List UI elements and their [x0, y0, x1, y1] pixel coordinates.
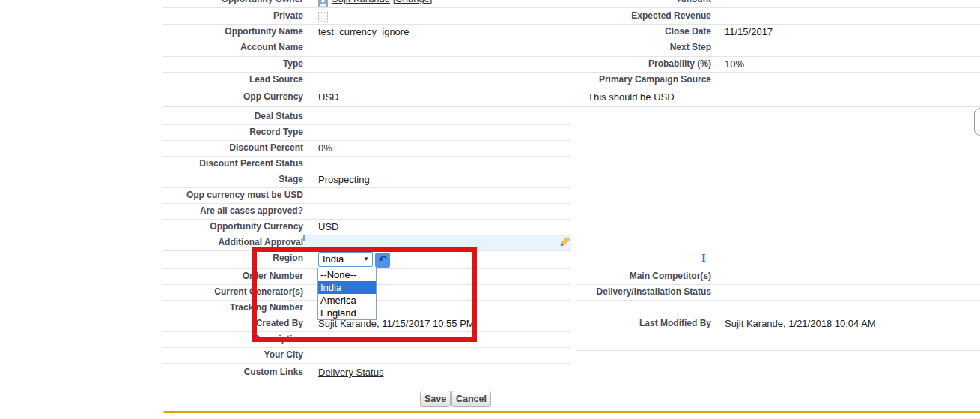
delivery-status-link[interactable]: Delivery Status: [318, 367, 383, 378]
field-focus-tick: [303, 235, 305, 241]
field-label-are-all-cases-approved: Are all cases approved?: [163, 203, 303, 219]
region-select[interactable]: India ▼: [318, 252, 373, 267]
field-label-probability: Probability (%): [554, 56, 711, 72]
private-checkbox[interactable]: [318, 12, 328, 22]
region-option-america[interactable]: America: [318, 294, 376, 307]
user-avatar-icon: [318, 0, 328, 7]
currency-note-text: This should be USD: [588, 88, 675, 106]
field-label-opp-currency: Opp Currency: [163, 88, 303, 106]
section-header-bar: [163, 411, 980, 413]
save-button[interactable]: Save: [420, 391, 451, 407]
text-cursor-icon: I: [701, 252, 706, 264]
field-label-created-by: Created By: [163, 316, 303, 331]
field-label-your-city: Your City: [163, 347, 303, 363]
field-label-custom-links: Custom Links: [163, 363, 303, 382]
field-label-delivery-installation-status: Delivery/Installation Status: [554, 284, 711, 300]
region-selected-value: India: [323, 253, 344, 265]
chevron-down-icon: ▼: [363, 253, 369, 266]
field-label-main-competitors: Main Competitor(s): [554, 268, 711, 284]
field-label-stage: Stage: [163, 172, 303, 187]
opportunity-edit-page: Opportunity Owner Sujit Karande [Change]…: [0, 0, 980, 419]
additional-approval-field[interactable]: [304, 235, 571, 250]
field-label-lead-source: Lead Source: [163, 72, 303, 88]
field-label-description: Description: [163, 331, 303, 347]
opp-currency-value: USD: [318, 88, 338, 106]
field-label-opportunity-currency: Opportunity Currency: [163, 219, 303, 235]
region-dropdown-list: --None-- India America England: [317, 268, 377, 320]
field-label-opp-currency-must-be-usd: Opp currency must be USD: [163, 187, 303, 203]
field-label-record-type: Record Type: [163, 124, 303, 140]
row-divider: [576, 350, 980, 351]
undo-icon[interactable]: ↶: [375, 253, 390, 268]
owner-change-link[interactable]: [Change]: [393, 0, 433, 4]
field-label-deal-status: Deal Status: [163, 109, 303, 124]
vertical-scrollbar-thumb[interactable]: [974, 108, 980, 136]
discount-percent-value: 0%: [318, 140, 332, 156]
row-divider: [576, 300, 980, 301]
field-label-opportunity-name: Opportunity Name: [163, 24, 303, 40]
field-label-additional-approval: Additional Approval: [163, 235, 303, 250]
field-label-type: Type: [163, 56, 303, 72]
field-label-expected-revenue: Expected Revenue: [554, 8, 711, 24]
field-label-region: Region: [163, 250, 303, 266]
last-modified-by-user-link[interactable]: Sujit Karande: [725, 318, 783, 329]
field-label-discount-percent-status: Discount Percent Status: [163, 156, 303, 172]
region-option-england[interactable]: England: [318, 307, 376, 319]
region-option-none[interactable]: --None--: [318, 268, 376, 281]
probability-value: 10%: [725, 56, 744, 72]
field-label-next-step: Next Step: [554, 40, 711, 55]
field-label-discount-percent: Discount Percent: [163, 140, 303, 156]
field-label-private: Private: [163, 8, 303, 24]
field-label-primary-campaign-source: Primary Campaign Source: [554, 72, 711, 88]
region-option-india[interactable]: India: [318, 281, 376, 294]
section-divider: [163, 106, 980, 107]
opportunity-name-value: test_currency_ignore: [318, 24, 409, 40]
field-label-tracking-number: Tracking Number: [163, 300, 303, 316]
close-date-value: 11/15/2017: [725, 24, 773, 40]
owner-link[interactable]: Sujit Karande: [332, 0, 390, 4]
created-by-datetime: , 11/15/2017 10:55 PM: [377, 318, 475, 329]
inline-edit-pencil-icon[interactable]: [560, 236, 570, 247]
stage-value: Prospecting: [318, 172, 370, 187]
opportunity-currency-value: USD: [318, 219, 338, 235]
field-label-close-date: Close Date: [554, 24, 711, 40]
field-label-last-modified-by: Last Modified By: [554, 316, 711, 331]
field-label-account-name: Account Name: [163, 40, 303, 55]
field-label-current-generators: Current Generator(s): [163, 284, 303, 300]
field-label-order-number: Order Number: [163, 268, 303, 284]
cancel-button[interactable]: Cancel: [451, 391, 491, 407]
field-label-opportunity-owner: Opportunity Owner: [163, 0, 303, 7]
field-label-amount: Amount: [554, 0, 711, 7]
last-modified-by-datetime: , 1/21/2018 10:04 AM: [783, 318, 876, 329]
